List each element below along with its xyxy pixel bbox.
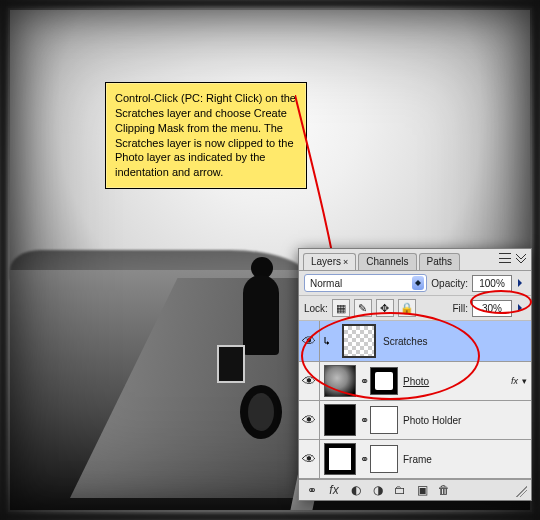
layer-list: 👁 Scratches 👁 ⚭ Photo fx ▾ 👁 ⚭ Photo Hol…	[299, 321, 531, 479]
blend-opacity-row: Normal Opacity: 100%	[299, 271, 531, 296]
panel-menu-icon[interactable]	[499, 253, 511, 263]
layer-mask-thumbnail[interactable]	[370, 445, 398, 473]
group-icon[interactable]: 🗀	[391, 483, 409, 497]
fx-icon[interactable]: fx	[325, 483, 343, 497]
layers-panel: Layers× Channels Paths Normal Opacity: 1…	[298, 248, 532, 501]
blend-mode-select[interactable]: Normal	[304, 274, 427, 292]
tab-paths[interactable]: Paths	[419, 253, 461, 270]
mask-icon[interactable]: ◐	[347, 483, 365, 497]
tab-label: Paths	[427, 256, 453, 267]
blend-mode-value: Normal	[310, 278, 342, 289]
link-icon[interactable]: ⚭	[303, 483, 321, 497]
opacity-flyout-icon[interactable]	[518, 279, 526, 287]
move-lock-icon[interactable]: ✥	[376, 299, 394, 317]
tab-layers[interactable]: Layers×	[303, 253, 356, 270]
panel-footer: ⚭ fx ◐ ◑ 🗀 ▣ 🗑	[299, 479, 531, 500]
resize-grip[interactable]	[513, 483, 527, 497]
mask-link-icon[interactable]: ⚭	[360, 414, 368, 427]
panel-tab-bar: Layers× Channels Paths	[299, 249, 531, 271]
layer-name[interactable]: Photo Holder	[400, 415, 531, 426]
layer-thumbnail[interactable]	[324, 404, 356, 436]
tab-close-icon[interactable]: ×	[343, 257, 348, 267]
lock-all-icon[interactable]: 🔒	[398, 299, 416, 317]
tab-label: Channels	[366, 256, 408, 267]
visibility-toggle[interactable]: 👁	[299, 321, 320, 361]
visibility-toggle[interactable]: 👁	[299, 362, 320, 400]
eye-icon: 👁	[302, 412, 316, 428]
help-callout-text: Control-Click (PC: Right Click) on the S…	[115, 92, 296, 178]
opacity-field[interactable]: 100%	[472, 275, 512, 292]
fx-badge[interactable]: fx	[507, 376, 522, 386]
opacity-label: Opacity:	[431, 278, 468, 289]
layer-mask-thumbnail[interactable]	[370, 367, 398, 395]
layer-row-frame[interactable]: 👁 ⚭ Frame	[299, 440, 531, 479]
layer-thumbnail[interactable]	[342, 324, 376, 358]
fx-chevron-icon[interactable]: ▾	[522, 376, 531, 386]
layer-row-scratches[interactable]: 👁 Scratches	[299, 321, 531, 362]
adjust-icon[interactable]: ◑	[369, 483, 387, 497]
layer-name[interactable]: Scratches	[380, 336, 531, 347]
trans-lock-icon[interactable]: ▦	[332, 299, 350, 317]
select-stepper-icon[interactable]	[412, 276, 424, 290]
layer-mask-thumbnail[interactable]	[370, 406, 398, 434]
frame-edge	[0, 0, 540, 6]
lock-label: Lock:	[304, 303, 328, 314]
brush-lock-icon[interactable]: ✎	[354, 299, 372, 317]
lock-fill-row: Lock: ▦ ✎ ✥ 🔒 Fill: 30%	[299, 296, 531, 321]
layer-row-photo[interactable]: 👁 ⚭ Photo fx ▾	[299, 362, 531, 401]
tab-label: Layers	[311, 256, 341, 267]
layer-row-photo-holder[interactable]: 👁 ⚭ Photo Holder	[299, 401, 531, 440]
mask-link-icon[interactable]: ⚭	[360, 453, 368, 466]
fill-label: Fill:	[452, 303, 468, 314]
fill-field[interactable]: 30%	[472, 300, 512, 317]
frame-edge	[0, 0, 6, 520]
frame-edge	[534, 0, 540, 520]
clipping-indent	[320, 336, 338, 346]
frame-edge	[0, 514, 540, 520]
rider	[225, 275, 295, 455]
visibility-toggle[interactable]: 👁	[299, 401, 320, 439]
eye-icon: 👁	[302, 333, 316, 349]
eye-icon: 👁	[302, 373, 316, 389]
panel-collapse-icon[interactable]	[515, 251, 527, 263]
layer-thumbnail[interactable]	[324, 443, 356, 475]
layer-thumbnail[interactable]	[324, 365, 356, 397]
mask-link-icon[interactable]: ⚭	[360, 375, 368, 388]
trash-icon[interactable]: 🗑	[435, 483, 453, 497]
new-layer-icon[interactable]: ▣	[413, 483, 431, 497]
fill-flyout-icon[interactable]	[518, 304, 526, 312]
layer-name[interactable]: Photo	[400, 376, 507, 387]
layer-name[interactable]: Frame	[400, 454, 531, 465]
visibility-toggle[interactable]: 👁	[299, 440, 320, 478]
tab-channels[interactable]: Channels	[358, 253, 416, 270]
help-callout: Control-Click (PC: Right Click) on the S…	[105, 82, 307, 189]
eye-icon: 👁	[302, 451, 316, 467]
